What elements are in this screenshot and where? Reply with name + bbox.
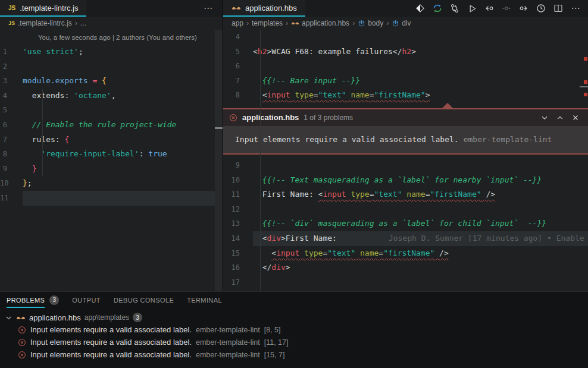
line-number[interactable]: 14: [223, 231, 253, 246]
code-token: :: [139, 149, 149, 158]
problems-file-group[interactable]: application.hbs app\templates 3: [0, 312, 588, 323]
previous-change-icon[interactable]: [483, 2, 496, 15]
scrollbar[interactable]: [215, 30, 223, 291]
breadcrumb-item-file[interactable]: application.hbs: [291, 19, 349, 27]
code-line-9[interactable]: 9 }: [0, 162, 223, 177]
line-number[interactable]: 4: [223, 30, 253, 45]
peek-problem-message: Input elements require a valid associate…: [235, 135, 459, 144]
open-changes-icon[interactable]: [500, 2, 513, 15]
breadcrumb-item-div[interactable]: div: [392, 19, 411, 27]
git-blame-annotation: Joseph D. Sumner [17 minutes ago] • Enab…: [389, 234, 588, 243]
line-number[interactable]: 5: [0, 103, 23, 118]
chevron-down-icon[interactable]: [5, 314, 12, 322]
code-line-7[interactable]: 7 rules: {: [0, 133, 223, 147]
line-number[interactable]: 8: [0, 147, 23, 162]
panel-tab-label: TERMINAL: [187, 292, 222, 308]
line-number[interactable]: 17: [223, 275, 253, 290]
line-number[interactable]: 16: [223, 260, 253, 275]
line-content: </div>: [253, 260, 588, 275]
code-line-7[interactable]: 7 {{!-- Bare input --}}: [223, 74, 588, 89]
code-line-4[interactable]: 4 extends: 'octane',: [0, 89, 223, 103]
sync-icon[interactable]: [431, 2, 444, 15]
line-content: [253, 202, 588, 217]
chevron-down-icon[interactable]: [540, 114, 549, 122]
split-editor-icon[interactable]: [552, 2, 565, 15]
problem-row[interactable]: Input elements require a valid associate…: [0, 348, 588, 361]
line-number[interactable]: 5: [223, 45, 253, 59]
line-number[interactable]: 4: [0, 89, 23, 103]
close-icon[interactable]: [571, 114, 580, 122]
line-content: {{!-- `div` masquerading as a `label` fo…: [253, 216, 588, 231]
git-compare-icon[interactable]: [448, 2, 461, 15]
code-line-16[interactable]: 16 </div>: [223, 260, 588, 275]
editor-template-lintrc[interactable]: You, a few seconds ago | 2 authors (You …: [0, 30, 223, 291]
line-number[interactable]: 15: [223, 246, 253, 261]
code-line-3[interactable]: 3module.exports = {···: [0, 74, 223, 89]
code-line-15[interactable]: 15 <input type="text" name="firstName" /…: [223, 246, 588, 261]
breadcrumb-item-app[interactable]: app: [232, 19, 243, 27]
code-line-11[interactable]: 11: [0, 191, 223, 206]
line-number[interactable]: 8: [223, 88, 253, 103]
code-line-4[interactable]: 4: [223, 30, 588, 45]
line-number[interactable]: 11: [223, 187, 253, 202]
line-number[interactable]: 6: [223, 59, 253, 74]
line-number[interactable]: 10: [0, 176, 23, 191]
problem-position: [15, 7]: [264, 351, 285, 359]
overview-ruler-error-mark: [584, 93, 587, 96]
line-content: 'require-input-label': true: [23, 147, 223, 162]
breadcrumb-item-templates[interactable]: templates: [252, 19, 283, 27]
code-line-10[interactable]: 10};: [0, 176, 223, 191]
run-icon[interactable]: [465, 2, 478, 15]
code-line-2[interactable]: 2: [0, 59, 223, 74]
panel-tab-debug-console[interactable]: DEBUG CONSOLE: [114, 292, 174, 308]
code-line-11[interactable]: 11 First Name: <input type="text" name="…: [223, 187, 588, 202]
panel-tab-terminal[interactable]: TERMINAL: [187, 292, 222, 308]
line-number[interactable]: 9: [0, 162, 23, 177]
tab-application-hbs[interactable]: application.hbs: [223, 0, 305, 17]
prettier-icon[interactable]: [414, 2, 427, 15]
code-line-6[interactable]: 6 // Enable the rule project-wide: [0, 118, 223, 133]
code-line-10[interactable]: 10 {{!-- Text masquerading as a `label` …: [223, 173, 588, 188]
code-line-5[interactable]: 5<h2>WCAG F68: example failures</h2>: [223, 45, 588, 59]
more-actions-icon[interactable]: ⋯: [569, 2, 582, 15]
code-token: type: [351, 190, 369, 199]
code-line-8[interactable]: 8 'require-input-label': true: [0, 147, 223, 162]
code-line-14[interactable]: 14 <div>First Name:Joseph D. Sumner [17 …: [223, 231, 588, 246]
line-number[interactable]: 1: [0, 45, 23, 59]
code-line-9[interactable]: 9: [223, 158, 588, 173]
code-line-6[interactable]: 6: [223, 59, 588, 74]
line-number[interactable]: 7: [223, 74, 253, 89]
tab-overflow-icon[interactable]: ⋯: [204, 3, 213, 14]
code-line-12[interactable]: 12: [223, 202, 588, 217]
breadcrumb-item-file[interactable]: .template-lintrc.js: [18, 19, 72, 27]
line-number[interactable]: 6: [0, 118, 23, 133]
code-line-8[interactable]: 8 <input type="text" name="firstName">: [223, 88, 588, 103]
line-number[interactable]: 9: [223, 158, 253, 173]
code-line-1[interactable]: 1'use strict';: [0, 45, 223, 59]
line-number[interactable]: 13: [223, 216, 253, 231]
line-number[interactable]: 10: [223, 173, 253, 188]
code-line-13[interactable]: 13 {{!-- `div` masquerading as a `label`…: [223, 216, 588, 231]
editor-application-hbs[interactable]: 45<h2>WCAG F68: example failures</h2>67 …: [223, 30, 588, 291]
line-number[interactable]: 3: [0, 74, 23, 89]
breadcrumb-item-body[interactable]: body: [358, 19, 383, 27]
panel-tab-output[interactable]: OUTPUT: [72, 292, 101, 308]
chevron-up-icon[interactable]: [556, 114, 564, 122]
code-token: {{!-- Text masquerading as a `label` for…: [253, 175, 542, 184]
line-number[interactable]: 11: [0, 191, 23, 206]
next-change-icon[interactable]: [517, 2, 530, 15]
file-history-icon[interactable]: [534, 2, 548, 15]
problem-position: [8, 5]: [264, 326, 281, 334]
problem-row[interactable]: Input elements require a valid associate…: [0, 336, 588, 348]
codelens-blame[interactable]: You, a few seconds ago | 2 authors (You …: [0, 30, 223, 45]
tab-template-lintrc[interactable]: JS .template-lintrc.js: [0, 0, 86, 17]
breadcrumb-item-more[interactable]: ...: [80, 19, 86, 27]
line-number[interactable]: 7: [0, 133, 23, 147]
problem-row[interactable]: Input elements require a valid associate…: [0, 323, 588, 336]
code-line-17[interactable]: 17: [223, 275, 588, 290]
panel-tab-problems[interactable]: PROBLEMS 3: [7, 292, 59, 308]
peek-problem-row[interactable]: Input elements require a valid associate…: [223, 126, 588, 153]
line-number[interactable]: 12: [223, 202, 253, 217]
code-line-5[interactable]: 5: [0, 103, 223, 118]
line-number[interactable]: 2: [0, 59, 23, 74]
